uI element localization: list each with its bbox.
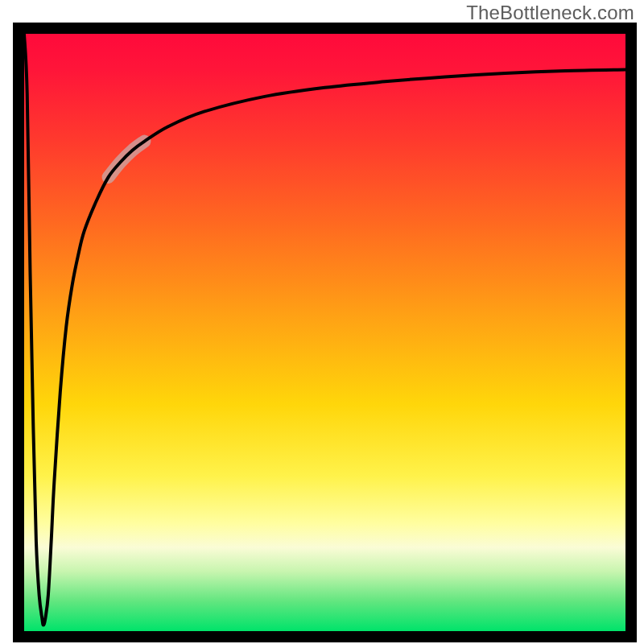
curve-svg	[24, 34, 625, 631]
chart-frame: TheBottleneck.com	[0, 0, 644, 644]
plot-area	[13, 23, 637, 642]
watermark-text: TheBottleneck.com	[466, 2, 634, 24]
curve-line	[24, 34, 625, 625]
